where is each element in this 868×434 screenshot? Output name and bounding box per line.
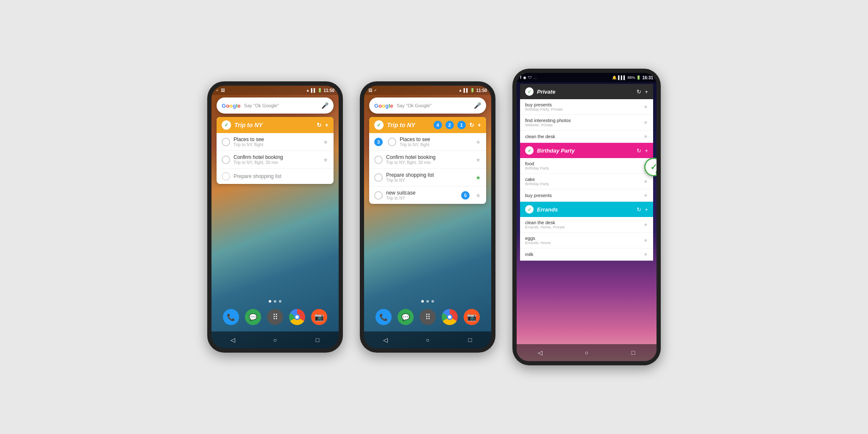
widget-item-2-2[interactable]: Confirm hotel booking Trip to NY, flight… bbox=[369, 151, 486, 169]
private-item-3-star[interactable]: ★ bbox=[643, 134, 648, 139]
errands-item-1[interactable]: clean the desk Errands, Home, Private ★ bbox=[520, 217, 653, 233]
item-checkbox-2-2[interactable] bbox=[374, 156, 383, 164]
item-checkbox-1-2[interactable] bbox=[222, 156, 230, 164]
google-placeholder-1: Say "Ok Google" bbox=[244, 103, 321, 108]
widget-check-icon-2: ✓ bbox=[374, 120, 384, 130]
birthday-item-3[interactable]: buy presents ★ bbox=[520, 189, 653, 202]
google-search-bar-1[interactable]: Google Say "Ok Google" 🎤 bbox=[217, 97, 334, 114]
widget-item-1-1[interactable]: Places to see Trip to NY, flight ★ bbox=[217, 133, 334, 151]
mic-icon-2[interactable]: 🎤 bbox=[474, 102, 481, 109]
errands-add[interactable]: + bbox=[645, 206, 648, 213]
birthday-item-3-star[interactable]: ★ bbox=[643, 192, 648, 198]
errands-item-2-star[interactable]: ★ bbox=[643, 237, 648, 243]
dock-camera-1[interactable]: 📷 bbox=[311, 309, 327, 325]
private-add[interactable]: + bbox=[645, 89, 648, 95]
item-checkbox-2-4[interactable] bbox=[374, 191, 383, 200]
private-refresh[interactable]: ↻ bbox=[637, 89, 641, 95]
image-icon-2: 🖼 bbox=[368, 88, 372, 92]
dock-phone-2[interactable]: 📞 bbox=[376, 309, 392, 325]
home-btn-2[interactable]: ○ bbox=[421, 334, 434, 346]
signal-icon-2: ▲ bbox=[459, 88, 462, 92]
errands-refresh[interactable]: ↻ bbox=[637, 206, 641, 213]
dots-3: ... bbox=[534, 75, 537, 80]
dock-chrome-2[interactable] bbox=[442, 309, 458, 325]
item-title-2-4: new suitcase bbox=[386, 190, 458, 196]
private-item-1-tags: Birthday Party, Private bbox=[525, 107, 640, 111]
private-item-3[interactable]: clean the desk ★ bbox=[520, 131, 653, 143]
mic-icon-1[interactable]: 🎤 bbox=[321, 102, 328, 109]
item-checkbox-1-3[interactable] bbox=[222, 172, 230, 181]
private-item-2[interactable]: find interesting photos Website, Private… bbox=[520, 115, 653, 131]
dock-launcher-2[interactable]: ⠿ bbox=[420, 309, 436, 325]
item-checkbox-1-1[interactable] bbox=[222, 138, 230, 146]
battery-icon-3: 🔋 bbox=[636, 75, 641, 80]
star-icon-1-2[interactable]: ★ bbox=[323, 156, 328, 163]
dock-hangouts-1[interactable]: 💬 bbox=[245, 309, 261, 325]
private-item-2-star[interactable]: ★ bbox=[643, 120, 648, 125]
status-bar-2: 🖼 ✓ ▲ ▌▌ 🔋 11:50 bbox=[364, 86, 491, 95]
recents-btn-3[interactable]: □ bbox=[627, 346, 640, 359]
private-item-1-star[interactable]: ★ bbox=[643, 104, 648, 110]
birthday-refresh[interactable]: ↻ bbox=[637, 147, 641, 154]
home-dots-2 bbox=[364, 300, 491, 303]
dock-phone-1[interactable]: 📞 bbox=[223, 309, 239, 325]
back-btn-2[interactable]: ◁ bbox=[379, 334, 392, 346]
item-title-2-1: Places to see bbox=[400, 136, 472, 142]
google-search-bar-2[interactable]: Google Say "Ok Google" 🎤 bbox=[369, 97, 486, 114]
nav-2: ◁ ○ □ bbox=[364, 331, 491, 348]
add-btn-1[interactable]: + bbox=[325, 122, 328, 128]
widget-item-2-4[interactable]: new suitcase Trip to NY 5 ★ bbox=[369, 186, 486, 204]
section-birthday[interactable]: ✓ Birthday Party ↻ + bbox=[520, 143, 653, 158]
section-private[interactable]: ✓ Private ↻ + bbox=[520, 84, 653, 99]
birthday-item-1[interactable]: food Birthday Party ★ bbox=[520, 158, 653, 174]
errands-item-3-star[interactable]: ★ bbox=[643, 251, 648, 257]
item-title-2-3: Prepare shopping list bbox=[386, 172, 472, 178]
back-btn-3[interactable]: ◁ bbox=[534, 346, 546, 359]
widget-actions-2: ↻ + bbox=[469, 122, 481, 128]
home-btn-1[interactable]: ○ bbox=[269, 334, 281, 346]
errands-actions: ↻ + bbox=[637, 206, 648, 213]
refresh-btn-2[interactable]: ↻ bbox=[469, 122, 474, 128]
birthday-item-1-tags: Birthday Party bbox=[525, 166, 640, 170]
item-title-1-3: Prepare shopping list bbox=[234, 173, 328, 179]
dock-hangouts-2[interactable]: 💬 bbox=[398, 309, 414, 325]
home-btn-3[interactable]: ○ bbox=[580, 346, 593, 359]
refresh-btn-1[interactable]: ↻ bbox=[317, 122, 322, 128]
widget-title-1: Trip to NY bbox=[234, 122, 313, 128]
birthday-add[interactable]: + bbox=[645, 147, 648, 154]
recents-btn-1[interactable]: □ bbox=[311, 334, 324, 346]
birthday-item-2[interactable]: cake Birthday Party ★ bbox=[520, 174, 653, 189]
widget-1: ✓ Trip to NY ↻ + Places to see Trip to N… bbox=[217, 117, 334, 184]
widget-item-2-3[interactable]: Prepare shopping list Trip to NY ★ bbox=[369, 169, 486, 186]
dot-2 bbox=[274, 300, 276, 303]
widget-item-1-2[interactable]: Confirm hotel booking Trip to NY, flight… bbox=[217, 151, 334, 169]
phone-1: ✓ 🖼 ▲ ▌▌ 🔋 11:50 Google Say "Ok Google" … bbox=[207, 81, 343, 353]
birthday-item-2-star[interactable]: ★ bbox=[643, 178, 648, 184]
status-time-2: 11:50 bbox=[476, 88, 487, 93]
errands-item-2-name: eggs bbox=[525, 236, 640, 241]
widget-item-1-3[interactable]: Prepare shopping list bbox=[217, 169, 334, 184]
section-errands[interactable]: ✓ Errands ↻ + bbox=[520, 202, 653, 217]
errands-item-2[interactable]: eggs Errands, Home ★ bbox=[520, 233, 653, 248]
errands-item-3[interactable]: milk ★ bbox=[520, 248, 653, 261]
private-item-1[interactable]: buy presents Birthday Party, Private ★ bbox=[520, 99, 653, 115]
dock-launcher-1[interactable]: ⠿ bbox=[267, 309, 283, 325]
item-checkbox-2-3[interactable] bbox=[374, 173, 383, 182]
add-btn-2[interactable]: + bbox=[478, 122, 481, 128]
dock-camera-2[interactable]: 📷 bbox=[464, 309, 480, 325]
star-icon-2-4[interactable]: ★ bbox=[476, 192, 481, 199]
dock-chrome-1[interactable] bbox=[289, 309, 305, 325]
star-icon-2-3[interactable]: ★ bbox=[476, 174, 481, 181]
recents-btn-2[interactable]: □ bbox=[464, 334, 476, 346]
errands-item-1-star[interactable]: ★ bbox=[643, 222, 648, 228]
status-bar-1: ✓ 🖼 ▲ ▌▌ 🔋 11:50 bbox=[211, 86, 339, 95]
item-title-2-2: Confirm hotel booking bbox=[386, 154, 472, 160]
star-icon-2-2[interactable]: ★ bbox=[476, 156, 481, 163]
widget-item-2-1[interactable]: 3 Places to see Trip to NY, flight ★ bbox=[369, 133, 486, 151]
nav-1: ◁ ○ □ bbox=[211, 331, 339, 348]
item-checkbox-2-1[interactable] bbox=[388, 138, 396, 146]
back-btn-1[interactable]: ◁ bbox=[226, 334, 239, 346]
badge-4: 4 bbox=[434, 121, 442, 129]
star-icon-2-1[interactable]: ★ bbox=[476, 139, 481, 145]
star-icon-1-1[interactable]: ★ bbox=[323, 139, 328, 145]
